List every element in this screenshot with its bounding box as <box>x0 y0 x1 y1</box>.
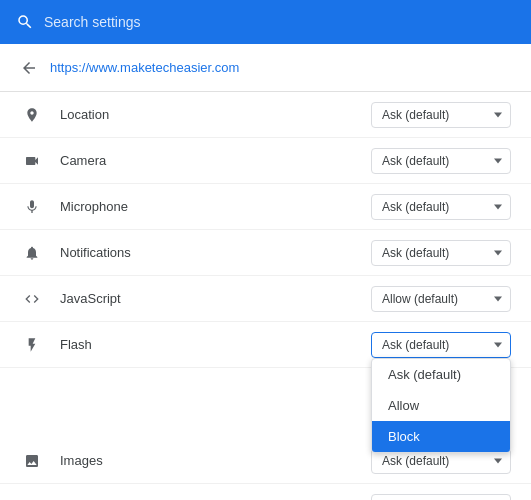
notifications-icon <box>20 241 44 265</box>
flash-select[interactable]: Ask (default) Allow Block <box>371 332 511 358</box>
flash-dropdown: Ask (default) Allow Block <box>371 358 511 453</box>
microphone-icon <box>20 195 44 219</box>
flash-option-ask[interactable]: Ask (default) <box>372 359 510 390</box>
setting-row-notifications: Notifications Ask (default) Allow Block <box>0 230 531 276</box>
setting-label-microphone: Microphone <box>60 199 371 214</box>
setting-row-popups: Pop-ups and redirects Block (default) Al… <box>0 484 531 500</box>
flash-select-wrap: Ask (default) Allow Block Ask (default) … <box>371 332 511 358</box>
popups-select[interactable]: Block (default) Allow <box>371 494 511 501</box>
setting-row-javascript: JavaScript Allow (default) Block <box>0 276 531 322</box>
camera-select[interactable]: Ask (default) Allow Block <box>371 148 511 174</box>
notifications-select-wrap: Ask (default) Allow Block <box>371 240 511 266</box>
setting-label-camera: Camera <box>60 153 371 168</box>
javascript-select-wrap: Allow (default) Block <box>371 286 511 312</box>
setting-control-location: Ask (default) Allow Block <box>371 102 511 128</box>
settings-list: Location Ask (default) Allow Block Camer… <box>0 92 531 500</box>
search-icon <box>16 13 34 31</box>
images-icon <box>20 449 44 473</box>
setting-control-camera: Ask (default) Allow Block <box>371 148 511 174</box>
location-icon <box>20 103 44 127</box>
setting-row-flash: Flash Ask (default) Allow Block Ask (def… <box>0 322 531 368</box>
back-button[interactable] <box>20 59 38 77</box>
back-nav: https://www.maketecheasier.com <box>0 44 531 92</box>
microphone-select-wrap: Ask (default) Allow Block <box>371 194 511 220</box>
javascript-select[interactable]: Allow (default) Block <box>371 286 511 312</box>
search-bar <box>0 0 531 44</box>
site-url: https://www.maketecheasier.com <box>50 60 239 75</box>
setting-label-images: Images <box>60 453 371 468</box>
flash-icon <box>20 333 44 357</box>
popups-select-wrap: Block (default) Allow <box>371 494 511 501</box>
flash-option-allow[interactable]: Allow <box>372 390 510 421</box>
microphone-select[interactable]: Ask (default) Allow Block <box>371 194 511 220</box>
setting-row-microphone: Microphone Ask (default) Allow Block <box>0 184 531 230</box>
setting-control-popups: Block (default) Allow <box>371 494 511 501</box>
setting-control-flash: Ask (default) Allow Block Ask (default) … <box>371 332 511 358</box>
javascript-icon <box>20 287 44 311</box>
setting-row-camera: Camera Ask (default) Allow Block <box>0 138 531 184</box>
setting-label-location: Location <box>60 107 371 122</box>
setting-control-notifications: Ask (default) Allow Block <box>371 240 511 266</box>
location-select[interactable]: Ask (default) Allow Block <box>371 102 511 128</box>
camera-select-wrap: Ask (default) Allow Block <box>371 148 511 174</box>
setting-control-microphone: Ask (default) Allow Block <box>371 194 511 220</box>
location-select-wrap: Ask (default) Allow Block <box>371 102 511 128</box>
setting-row-location: Location Ask (default) Allow Block <box>0 92 531 138</box>
camera-icon <box>20 149 44 173</box>
setting-label-javascript: JavaScript <box>60 291 371 306</box>
setting-label-notifications: Notifications <box>60 245 371 260</box>
setting-control-javascript: Allow (default) Block <box>371 286 511 312</box>
flash-option-block[interactable]: Block <box>372 421 510 452</box>
search-input[interactable] <box>44 14 515 30</box>
popups-icon <box>20 495 44 501</box>
setting-label-flash: Flash <box>60 337 371 352</box>
notifications-select[interactable]: Ask (default) Allow Block <box>371 240 511 266</box>
